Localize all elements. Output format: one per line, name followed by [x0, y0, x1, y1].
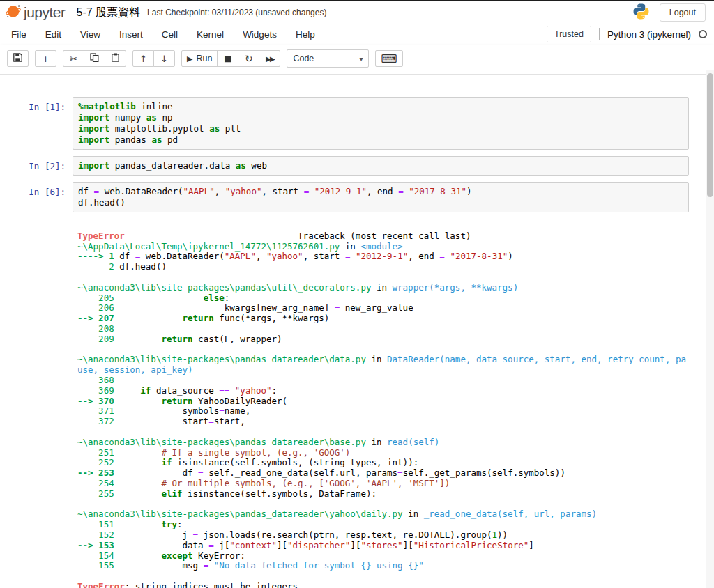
- fast-forward-icon: ▶▶: [266, 55, 273, 63]
- menubar: File Edit View Insert Cell Kernel Widget…: [0, 24, 714, 45]
- run-button[interactable]: ▶ Run: [181, 50, 218, 67]
- code-input[interactable]: %matplotlib inlineimport numpy as npimpo…: [73, 97, 689, 150]
- menu-widgets[interactable]: Widgets: [243, 26, 277, 42]
- paste-cell-button[interactable]: [105, 50, 126, 67]
- jupyter-logo[interactable]: jupyter: [6, 3, 66, 22]
- move-cell-down-button[interactable]: ↓: [153, 50, 175, 67]
- output-prompt: [0, 219, 73, 588]
- kernel-status-icon: [699, 30, 707, 38]
- cell-type-dropdown[interactable]: Code ▾: [287, 49, 369, 68]
- keyboard-icon: ⌨: [381, 52, 397, 65]
- save-icon: [13, 53, 22, 64]
- command-palette-button[interactable]: ⌨: [375, 50, 402, 67]
- restart-kernel-button[interactable]: ↻: [238, 50, 259, 67]
- toolbar: + ✂ ↑ ↓: [0, 45, 714, 75]
- arrow-up-icon: ↑: [139, 54, 147, 64]
- vertical-scrollbar[interactable]: [706, 70, 714, 588]
- kernel-name: Python 3 (ipykernel): [607, 29, 691, 40]
- arrow-down-icon: ↓: [160, 54, 168, 64]
- chevron-down-icon: ▾: [359, 55, 363, 63]
- clipboard-icon: [111, 53, 120, 64]
- code-input[interactable]: df = web.DataReader("AAPL", "yahoo", sta…: [73, 182, 689, 212]
- scrollbar-thumb[interactable]: [707, 73, 713, 197]
- menu-insert[interactable]: Insert: [119, 26, 143, 42]
- cell-type-value: Code: [293, 54, 314, 63]
- menu-view[interactable]: View: [80, 26, 100, 42]
- python-logo-icon: [632, 3, 650, 23]
- output-cell: ----------------------------------------…: [0, 219, 706, 588]
- interrupt-kernel-button[interactable]: ■: [217, 50, 238, 67]
- restart-run-all-button[interactable]: ▶▶: [259, 50, 280, 67]
- copy-cell-button[interactable]: [84, 50, 105, 67]
- jupyter-logo-text: jupyter: [24, 4, 66, 21]
- save-button[interactable]: [7, 50, 29, 67]
- code-cell-2: In [2]: import pandas_datareader.data as…: [0, 156, 706, 176]
- menu-file[interactable]: File: [11, 26, 26, 42]
- notebook-header: jupyter 5-7 股票資料 Last Checkpoint: 03/11/…: [0, 1, 714, 24]
- trusted-badge[interactable]: Trusted: [547, 26, 591, 42]
- error-traceback: ----------------------------------------…: [73, 219, 689, 588]
- menu-cell[interactable]: Cell: [162, 26, 178, 42]
- code-input[interactable]: import pandas_datareader.data as web: [73, 156, 689, 176]
- cut-cell-button[interactable]: ✂: [63, 50, 84, 67]
- copy-icon: [90, 53, 99, 64]
- divider: [599, 28, 600, 40]
- menu-kernel[interactable]: Kernel: [197, 26, 224, 42]
- move-cell-up-button[interactable]: ↑: [132, 50, 154, 67]
- plus-icon: +: [42, 54, 50, 64]
- checkpoint-status: Last Checkpoint: 03/11/2023 (unsaved cha…: [147, 8, 326, 17]
- menu-help[interactable]: Help: [296, 26, 315, 42]
- input-prompt: In [6]:: [0, 182, 73, 212]
- input-prompt: In [1]:: [0, 97, 73, 150]
- code-cell-3: In [6]: df = web.DataReader("AAPL", "yah…: [0, 182, 706, 212]
- input-prompt: In [2]:: [0, 156, 73, 176]
- restart-icon: ↻: [245, 53, 253, 64]
- menu-edit[interactable]: Edit: [45, 26, 61, 42]
- notebook-title[interactable]: 5-7 股票資料: [77, 6, 141, 20]
- add-cell-button[interactable]: +: [35, 50, 56, 67]
- scissors-icon: ✂: [70, 54, 77, 64]
- code-cell-1: In [1]: %matplotlib inlineimport numpy a…: [0, 97, 706, 150]
- notebook-area: In [1]: %matplotlib inlineimport numpy a…: [0, 75, 714, 588]
- run-label: Run: [196, 54, 212, 63]
- play-icon: ▶: [187, 54, 192, 63]
- logout-button[interactable]: Logout: [660, 3, 706, 22]
- jupyter-planet-icon: [6, 3, 21, 22]
- stop-icon: ■: [224, 54, 231, 63]
